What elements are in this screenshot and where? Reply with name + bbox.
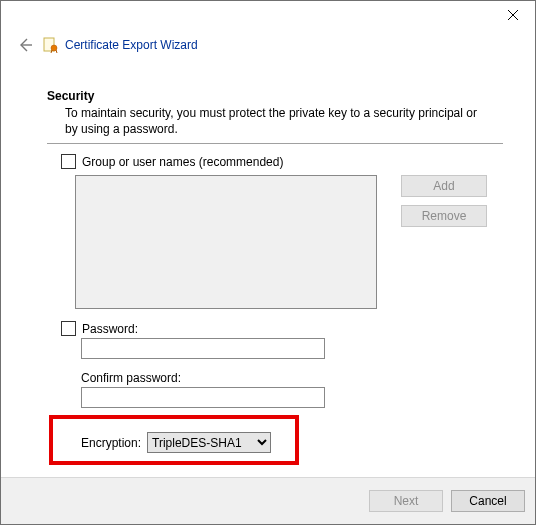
- arrow-left-icon: [17, 37, 33, 53]
- password-input[interactable]: [81, 338, 325, 359]
- encryption-select[interactable]: TripleDES-SHA1: [147, 432, 271, 453]
- divider: [47, 143, 503, 144]
- wizard-header: Certificate Export Wizard: [1, 29, 535, 61]
- next-button[interactable]: Next: [369, 490, 443, 512]
- section-description: To maintain security, you must protect t…: [65, 105, 485, 137]
- add-button[interactable]: Add: [401, 175, 487, 197]
- section-title: Security: [47, 89, 503, 103]
- wizard-body: Security To maintain security, you must …: [1, 61, 535, 453]
- principals-listbox[interactable]: [75, 175, 377, 309]
- group-area: Add Remove: [75, 175, 503, 309]
- titlebar: [1, 1, 535, 29]
- wizard-title: Certificate Export Wizard: [65, 38, 198, 52]
- close-icon: [508, 10, 518, 20]
- confirm-password-input[interactable]: [81, 387, 325, 408]
- password-block: Password: Confirm password: Encryption: …: [61, 321, 503, 453]
- back-button[interactable]: [15, 35, 35, 55]
- group-names-checkbox[interactable]: [61, 154, 76, 169]
- encryption-row: Encryption: TripleDES-SHA1: [81, 432, 503, 453]
- confirm-password-label: Confirm password:: [81, 371, 503, 385]
- group-names-row: Group or user names (recommended): [61, 154, 503, 169]
- password-row: Password:: [61, 321, 503, 336]
- password-checkbox[interactable]: [61, 321, 76, 336]
- close-button[interactable]: [491, 1, 535, 29]
- encryption-label: Encryption:: [81, 436, 141, 450]
- wizard-footer: Next Cancel: [1, 477, 535, 524]
- group-names-label: Group or user names (recommended): [82, 155, 283, 169]
- cancel-button[interactable]: Cancel: [451, 490, 525, 512]
- certificate-icon: [43, 37, 59, 53]
- wizard-window: Certificate Export Wizard Security To ma…: [0, 0, 536, 525]
- group-buttons: Add Remove: [401, 175, 487, 309]
- remove-button[interactable]: Remove: [401, 205, 487, 227]
- password-label: Password:: [82, 322, 138, 336]
